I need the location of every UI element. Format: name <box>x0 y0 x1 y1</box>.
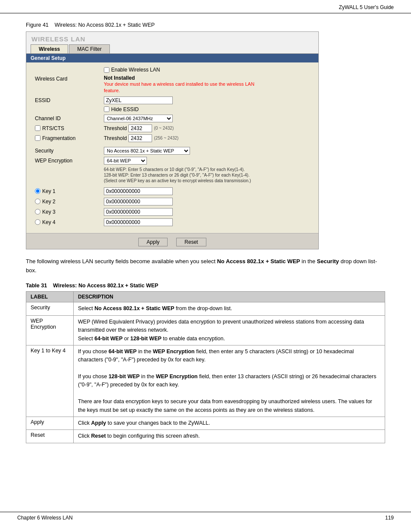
key3-radio[interactable] <box>35 209 40 215</box>
data-table: LABEL DESCRIPTION Security Select No Acc… <box>26 291 385 443</box>
key4-label[interactable]: Key 4 <box>35 219 104 225</box>
fragmentation-label[interactable]: Fragmentation <box>35 135 104 141</box>
rts-cts-checkbox[interactable] <box>35 125 40 131</box>
threshold-input-2[interactable] <box>128 134 152 142</box>
table-caption: Table 31 Wireless: No Access 802.1x + St… <box>26 283 385 289</box>
screenshot-box: WIRELESS LAN Wireless MAC Filter General… <box>26 31 319 249</box>
row-label-security: Security <box>26 302 74 315</box>
hide-essid-checkbox[interactable] <box>104 106 109 112</box>
fragmentation-checkbox[interactable] <box>35 135 40 141</box>
col-label: LABEL <box>26 292 74 302</box>
description-para: The following wireless LAN security fiel… <box>26 257 385 275</box>
key2-label[interactable]: Key 2 <box>35 199 104 205</box>
wireless-lan-title: WIRELESS LAN <box>26 32 318 44</box>
table-row: Apply Click Apply to save your changes b… <box>26 417 385 429</box>
table-header-row: LABEL DESCRIPTION <box>26 292 385 302</box>
key3-row: Key 3 <box>35 208 310 216</box>
enable-wireless-checkbox[interactable] <box>104 67 109 73</box>
row-desc-wep: WEP (Wired Equivalent Privacy) provides … <box>74 315 385 345</box>
row-label-reset: Reset <box>26 430 74 443</box>
tab-wireless[interactable]: Wireless <box>31 44 68 53</box>
key1-label[interactable]: Key 1 <box>35 188 104 194</box>
figure-label: Figure 41 <box>26 22 49 28</box>
figure-caption: Figure 41 Wireless: No Access 802.1x + S… <box>26 22 385 28</box>
main-content: Figure 41 Wireless: No Access 802.1x + S… <box>0 13 411 452</box>
desc-text-mid: in the <box>300 258 317 264</box>
threshold-label-1: Threshold <box>104 125 127 131</box>
row-label-keys: Key 1 to Key 4 <box>26 345 74 417</box>
threshold-input-1[interactable] <box>128 124 152 132</box>
key3-input[interactable] <box>104 208 173 216</box>
security-label: Security <box>35 148 53 154</box>
page-header: ZyWALL 5 User's Guide <box>0 0 411 13</box>
table-caption-text: Wireless: No Access 802.1x + Static WEP <box>53 283 158 289</box>
page-footer: Chapter 6 Wireless LAN 119 <box>0 512 411 523</box>
figure-caption-text: Wireless: No Access 802.1x + Static WEP <box>55 22 155 28</box>
enable-row: Enable Wireless LAN <box>35 67 310 73</box>
wep-note: 64-bit WEP: Enter 5 characters or 10 dig… <box>104 167 310 184</box>
key2-text: Key 2 <box>42 199 56 205</box>
footer-left: Chapter 6 Wireless LAN <box>17 515 73 521</box>
reset-button[interactable]: Reset <box>176 238 206 246</box>
desc-text-before: The following wireless LAN security fiel… <box>26 258 217 264</box>
table-row: Reset Click Reset to begin configuring t… <box>26 430 385 443</box>
security-select[interactable]: No Access 802.1x + Static WEP <box>104 147 190 155</box>
key3-label[interactable]: Key 3 <box>35 209 104 215</box>
rts-cts-row: RTS/CTS Threshold (0 ~ 2432) <box>35 124 310 132</box>
key2-radio[interactable] <box>35 199 40 204</box>
wep-enc-label: WEP Encryption <box>35 158 72 164</box>
table-caption-label: Table 31 <box>26 283 47 289</box>
key4-text: Key 4 <box>42 219 56 225</box>
table-row: Key 1 to Key 4 If you chose 64-bit WEP i… <box>26 345 385 417</box>
desc-bold1: No Access 802.1x + Static WEP <box>217 258 300 264</box>
wep-enc-select[interactable]: 64-bit WEP 128-bit WEP <box>104 157 147 165</box>
key1-input[interactable] <box>104 187 173 195</box>
apply-button[interactable]: Apply <box>138 238 168 246</box>
rts-cts-label[interactable]: RTS/CTS <box>35 125 104 131</box>
section-header: General Setup <box>26 54 318 62</box>
security-row: Security No Access 802.1x + Static WEP <box>35 147 310 155</box>
fragmentation-row: Fragmentation Threshold (256 ~ 2432) <box>35 134 310 142</box>
wep-note-row: 64-bit WEP: Enter 5 characters or 10 dig… <box>35 167 310 185</box>
table-row: Security Select No Access 802.1x + Stati… <box>26 302 385 315</box>
threshold-label-2: Threshold <box>104 135 127 141</box>
channel-id-select[interactable]: Channel-06 2437MHz <box>104 115 173 122</box>
row-label-apply: Apply <box>26 417 74 429</box>
row-label-wep: WEPEncryption <box>26 315 74 345</box>
wireless-card-label: Wireless Card <box>35 76 67 82</box>
essid-row: ESSID <box>35 96 310 104</box>
key4-row: Key 4 <box>35 218 310 227</box>
wep-enc-row: WEP Encryption 64-bit WEP 128-bit WEP <box>35 157 310 165</box>
channel-id-label: Channel ID <box>35 115 61 121</box>
threshold-hint-1: (0 ~ 2432) <box>154 126 174 131</box>
key1-radio[interactable] <box>35 188 40 194</box>
key4-input[interactable] <box>104 218 173 226</box>
col-description: DESCRIPTION <box>74 292 385 302</box>
rts-cts-text: RTS/CTS <box>42 125 64 131</box>
hide-essid-text: Hide ESSID <box>111 106 139 112</box>
row-desc-security: Select No Access 802.1x + Static WEP fro… <box>74 302 385 315</box>
key4-radio[interactable] <box>35 219 40 225</box>
not-installed-label: Not Installed <box>104 75 310 81</box>
not-installed-msg: Your device must have a wireless card in… <box>104 81 259 94</box>
table-row: WEPEncryption WEP (Wired Equivalent Priv… <box>26 315 385 345</box>
fragmentation-text: Fragmentation <box>42 135 75 141</box>
button-row: Apply Reset <box>26 233 318 249</box>
key3-text: Key 3 <box>42 209 56 215</box>
form-body: Enable Wireless LAN Wireless Card Not In… <box>26 62 318 233</box>
key1-text: Key 1 <box>42 188 56 194</box>
key1-row: Key 1 <box>35 187 310 196</box>
row-desc-reset: Click Reset to begin configuring this sc… <box>74 430 385 443</box>
essid-input[interactable] <box>104 96 173 104</box>
tab-mac-filter[interactable]: MAC Filter <box>69 44 110 53</box>
hide-essid-row: Hide ESSID <box>35 106 310 112</box>
hide-essid-label[interactable]: Hide ESSID <box>104 106 310 112</box>
key2-input[interactable] <box>104 198 173 205</box>
header-title: ZyWALL 5 User's Guide <box>339 4 394 10</box>
threshold-hint-2: (256 ~ 2432) <box>154 136 178 140</box>
wireless-card-row: Wireless Card Not Installed Your device … <box>35 75 310 94</box>
enable-wireless-checkbox-label[interactable]: Enable Wireless LAN <box>104 67 310 73</box>
channel-id-row: Channel ID Channel-06 2437MHz <box>35 115 310 122</box>
row-desc-keys: If you chose 64-bit WEP in the WEP Encry… <box>74 345 385 417</box>
row-desc-apply: Click Apply to save your changes back to… <box>74 417 385 429</box>
